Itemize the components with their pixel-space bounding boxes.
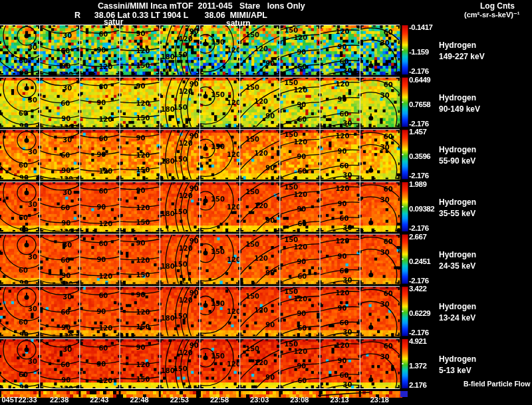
energy-band-species: Hydrogen	[439, 198, 476, 207]
energy-band-range: 149-227 keV	[439, 53, 485, 61]
time-tick-label: 22:58	[210, 396, 229, 404]
colorbar-units: (cm²-sr-s-keV)⁻¹	[464, 11, 519, 19]
colorbar-min-value: -2.176	[409, 67, 429, 75]
saturn-label-partial: satur	[104, 18, 123, 27]
colorbar-min-value: 2.176	[409, 381, 426, 389]
colorbar-max-value: 1.457	[409, 128, 426, 136]
energy-band-range: 90-149 keV	[439, 105, 480, 114]
colorbar-min-value: -2.176	[409, 277, 429, 285]
cassini-mimi-inca-plot: Cassini/MIMI Inca mTOF 2011-045 Stare Io…	[0, 0, 532, 405]
energy-band-species: Hydrogen	[439, 303, 476, 311]
energy-band-species: Hydrogen	[439, 41, 476, 50]
colorbar-mid-value: 0.6229	[409, 309, 430, 317]
time-tick-label: 23:03	[250, 396, 269, 404]
colorbar-max-value: 3.422	[409, 285, 426, 293]
time-tick-label: 22:53	[170, 396, 189, 404]
colorbar-min-value: -2.176	[409, 120, 429, 128]
time-tick-label: 045T22:33	[1, 396, 37, 404]
colorbar-max-value: 1.989	[409, 180, 426, 188]
energy-band-species: Hydrogen	[439, 355, 476, 364]
colorbar-min-value: -2.176	[409, 224, 429, 232]
colorbar-max-value: 4.921	[409, 337, 426, 345]
colorbar-units-title: Log Cnts	[480, 2, 515, 11]
bfield-flow-label: B-field Particle Flow	[464, 380, 530, 388]
energy-band-range: 5-13 keV	[439, 366, 471, 375]
time-tick-label: 23:13	[331, 396, 349, 404]
time-tick-label: 22:38	[50, 396, 68, 404]
time-tick-label: 22:48	[130, 396, 149, 404]
colorbar-mid-value: 1.372	[409, 362, 426, 370]
colorbar-mid-value: 0.7658	[409, 100, 430, 108]
colorbar-mid-value: -1.159	[409, 48, 429, 56]
energy-band-species: Hydrogen	[439, 94, 476, 102]
time-tick-label: 23:18	[370, 396, 389, 404]
colorbar-min-value: -2.176	[409, 172, 429, 180]
energy-band-range: 55-90 keV	[439, 157, 475, 166]
page-title: Cassini/MIMI Inca mTOF 2011-045 Stare Io…	[98, 2, 305, 11]
time-tick-label: 22:43	[90, 396, 108, 404]
colorbar-min-value: -2.176	[409, 329, 429, 337]
colorbar-max-value: 0.6449	[409, 76, 430, 84]
colorbar-mid-value: 0.3596	[409, 152, 430, 160]
colorbar-mid-value: 0.09382	[409, 205, 434, 213]
energy-band-range: 35-55 keV	[439, 209, 475, 218]
energy-band-species: Hydrogen	[439, 146, 476, 154]
time-tick-label: 23:08	[290, 396, 309, 404]
energy-band-species: Hydrogen	[439, 251, 476, 259]
colorbar-max-value: -0.1417	[409, 23, 433, 31]
energy-band-range: 13-24 keV	[439, 314, 475, 323]
colorbar-max-value: 2.667	[409, 233, 426, 241]
saturn-label: saturn	[226, 19, 251, 28]
energy-band-range: 24-35 keV	[439, 262, 475, 271]
colorbar-mid-value: 0.2451	[409, 257, 430, 265]
